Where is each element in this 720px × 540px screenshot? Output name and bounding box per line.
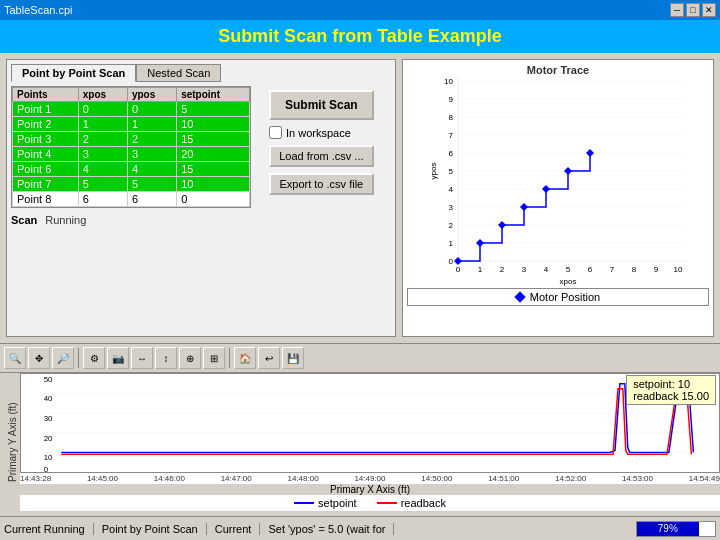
load-from-csv-button[interactable]: Load from .csv ... — [269, 145, 374, 167]
legend-readback: readback — [377, 497, 446, 509]
progress-bar: 79% — [637, 522, 699, 536]
tab-point-by-point[interactable]: Point by Point Scan — [11, 64, 136, 82]
setpoint-reading: setpoint: 10 — [633, 378, 709, 390]
readback-line-icon — [377, 502, 397, 504]
setpoint-label: setpoint: — [633, 378, 675, 390]
close-button[interactable]: ✕ — [702, 3, 716, 17]
time-tick-1: 14:45:00 — [87, 474, 118, 483]
table-row[interactable]: Point 3 2 2 15 — [13, 132, 250, 147]
table-row[interactable]: Point 6 4 4 15 — [13, 162, 250, 177]
svg-text:4: 4 — [544, 265, 549, 274]
minimize-button[interactable]: ─ — [670, 3, 684, 17]
cell-xpos: 6 — [78, 192, 127, 207]
svg-text:5: 5 — [566, 265, 571, 274]
chart-legend: Motor Position — [407, 288, 709, 306]
maximize-button[interactable]: □ — [686, 3, 700, 17]
time-tick-8: 14:52:00 — [555, 474, 586, 483]
readback-label: readback — [633, 390, 678, 402]
cell-xpos: 4 — [78, 162, 127, 177]
scan-controls: Submit Scan In workspace Load from .csv … — [269, 86, 374, 208]
svg-text:0: 0 — [456, 265, 461, 274]
tabs-row: Point by Point Scan Nested Scan — [11, 64, 391, 82]
move-h-button[interactable]: ↔ — [131, 347, 153, 369]
tab-nested-scan[interactable]: Nested Scan — [136, 64, 221, 82]
svg-text:50: 50 — [44, 375, 53, 384]
svg-marker-40 — [542, 185, 550, 193]
time-axis: 14:43:28 14:45:00 14:46:00 14:47:00 14:4… — [20, 473, 720, 484]
table-row[interactable]: Point 8 6 6 0 — [13, 192, 250, 207]
scan-table: Points xpos ypos setpoint Point 1 0 0 5 … — [11, 86, 251, 208]
back-button[interactable]: ↩ — [258, 347, 280, 369]
cell-setpoint: 15 — [177, 162, 250, 177]
chart-toolbar: 🔍 ✥ 🔎 ⚙ 📷 ↔ ↕ ⊕ ⊞ 🏠 ↩ 💾 — [0, 343, 720, 373]
svg-text:3: 3 — [449, 203, 454, 212]
bottom-legends: setpoint readback — [20, 495, 720, 511]
readback-value: 15.00 — [681, 390, 709, 402]
cell-xpos: 5 — [78, 177, 127, 192]
cell-ypos: 4 — [127, 162, 176, 177]
svg-text:6: 6 — [588, 265, 593, 274]
svg-text:8: 8 — [632, 265, 637, 274]
page-heading: Submit Scan from Table Example — [0, 20, 720, 53]
scan-status-row: Scan Running — [11, 214, 391, 226]
cell-ypos: 5 — [127, 177, 176, 192]
setpoint-line-icon — [294, 502, 314, 504]
zoom-in-button[interactable]: 🔍 — [4, 347, 26, 369]
svg-text:8: 8 — [449, 113, 454, 122]
setpoint-value: 10 — [678, 378, 690, 390]
time-tick-4: 14:48:00 — [288, 474, 319, 483]
cell-name: Point 6 — [13, 162, 79, 177]
cell-ypos: 3 — [127, 147, 176, 162]
zoom-out-button[interactable]: 🔎 — [52, 347, 74, 369]
col-points: Points — [13, 88, 79, 102]
cell-name: Point 8 — [13, 192, 79, 207]
move-v-button[interactable]: ↕ — [155, 347, 177, 369]
bottom-chart-section: Primary Y Axis (ft) setpoint: 10 readbac… — [0, 373, 720, 511]
svg-marker-37 — [476, 239, 484, 247]
cell-xpos: 3 — [78, 147, 127, 162]
col-setpoint: setpoint — [177, 88, 250, 102]
time-tick-5: 14:49:00 — [354, 474, 385, 483]
magnify-button[interactable]: ⊕ — [179, 347, 201, 369]
bottom-chart-wrapper: setpoint: 10 readback 15.00 50 40 30 20 — [20, 373, 720, 511]
svg-marker-36 — [454, 257, 462, 265]
cell-setpoint: 10 — [177, 117, 250, 132]
time-tick-6: 14:50:00 — [421, 474, 452, 483]
workspace-checkbox[interactable] — [269, 126, 282, 139]
export-chart-button[interactable]: 💾 — [282, 347, 304, 369]
svg-text:9: 9 — [654, 265, 659, 274]
status-message: Set 'ypos' = 5.0 (wait for — [268, 523, 394, 535]
cell-setpoint: 20 — [177, 147, 250, 162]
cell-setpoint: 5 — [177, 102, 250, 117]
svg-marker-39 — [520, 203, 528, 211]
cell-setpoint: 10 — [177, 177, 250, 192]
bottom-chart: 50 40 30 20 10 0 — [20, 373, 720, 473]
time-tick-3: 14:47:00 — [221, 474, 252, 483]
cell-xpos: 2 — [78, 132, 127, 147]
table-row[interactable]: Point 2 1 1 10 — [13, 117, 250, 132]
toolbar-separator-2 — [229, 348, 230, 368]
submit-scan-button[interactable]: Submit Scan — [269, 90, 374, 120]
configure-button[interactable]: ⚙ — [83, 347, 105, 369]
status-bar: Current Running Point by Point Scan Curr… — [0, 516, 720, 540]
cell-setpoint: 0 — [177, 192, 250, 207]
table-row[interactable]: Point 7 5 5 10 — [13, 177, 250, 192]
toolbar-separator-1 — [78, 348, 79, 368]
cell-xpos: 0 — [78, 102, 127, 117]
export-csv-button[interactable]: Export to .csv file — [269, 173, 374, 195]
table-row[interactable]: Point 1 0 0 5 — [13, 102, 250, 117]
cell-ypos: 6 — [127, 192, 176, 207]
cell-ypos: 2 — [127, 132, 176, 147]
svg-text:10: 10 — [44, 453, 53, 462]
table-row[interactable]: Point 4 3 3 20 — [13, 147, 250, 162]
pan-button[interactable]: ✥ — [28, 347, 50, 369]
snapshot-button[interactable]: 📷 — [107, 347, 129, 369]
svg-text:7: 7 — [449, 131, 454, 140]
svg-text:xpos: xpos — [560, 277, 577, 286]
home-button[interactable]: 🏠 — [234, 347, 256, 369]
svg-text:20: 20 — [44, 434, 53, 443]
bottom-chart-svg: 50 40 30 20 10 0 — [21, 374, 719, 472]
select-button[interactable]: ⊞ — [203, 347, 225, 369]
svg-text:30: 30 — [44, 414, 53, 423]
cell-name: Point 3 — [13, 132, 79, 147]
